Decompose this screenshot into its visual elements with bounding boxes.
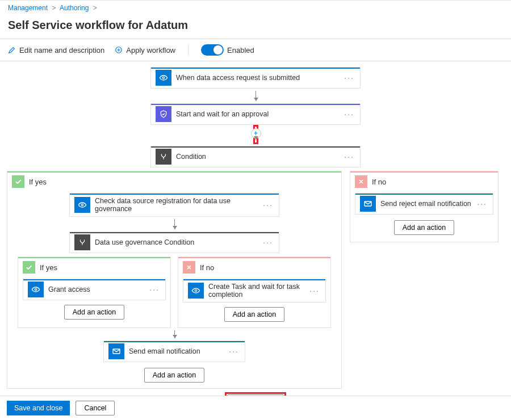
mail-icon — [108, 343, 124, 359]
x-icon — [183, 261, 195, 274]
add-action-button[interactable]: Add an action — [64, 305, 124, 320]
check-registration-menu[interactable]: ··· — [257, 200, 279, 209]
svg-point-2 — [81, 204, 83, 205]
governance-condition-menu[interactable]: ··· — [257, 238, 279, 247]
apply-workflow-label: Apply workflow — [126, 46, 175, 54]
governance-condition-card[interactable]: Data use governance Condition ··· — [69, 232, 279, 253]
breadcrumb-authoring[interactable]: Authoring — [60, 4, 89, 12]
if-yes-header: If yes — [7, 173, 341, 191]
trigger-menu[interactable]: ··· — [338, 73, 360, 82]
create-task-card[interactable]: Create Task and wait for task completion… — [183, 279, 326, 303]
breadcrumb: Management > Authoring > — [0, 1, 511, 15]
condition-card[interactable]: Condition ··· — [150, 146, 361, 167]
eye-icon — [74, 197, 90, 213]
toolbar: Edit name and description Apply workflow… — [0, 39, 511, 61]
add-action-button[interactable]: Add an action — [394, 220, 454, 235]
cancel-button[interactable]: Cancel — [76, 401, 115, 415]
enabled-toggle[interactable] — [201, 44, 224, 56]
shield-check-icon — [156, 106, 171, 122]
send-email-menu[interactable]: ··· — [223, 347, 245, 356]
grant-access-label: Grant access — [48, 282, 144, 297]
grant-access-menu[interactable]: ··· — [144, 285, 165, 294]
save-button[interactable]: Save and close — [7, 401, 70, 415]
trigger-label: When data access request is submitted — [176, 70, 338, 85]
apply-workflow-button[interactable]: Apply workflow — [115, 46, 175, 54]
svg-point-3 — [35, 288, 36, 290]
send-reject-card[interactable]: Send reject email notification ··· — [355, 193, 493, 215]
page-title: Self Service workflow for Adatum — [0, 15, 511, 39]
if-no-label: If no — [372, 178, 386, 186]
toolbar-divider — [188, 44, 189, 56]
if-yes-label: If yes — [29, 178, 47, 186]
check-registration-card[interactable]: Check data source registration for data … — [69, 193, 279, 217]
condition-icon — [156, 149, 171, 165]
approval-label: Start and wait for an approval — [176, 107, 338, 121]
x-icon — [355, 175, 367, 188]
send-email-label: Send email notification — [129, 344, 223, 359]
send-email-card[interactable]: Send email notification ··· — [103, 341, 245, 362]
insert-step-highlight: + — [253, 125, 258, 144]
send-reject-label: Send reject email notification — [380, 196, 471, 211]
arrow-icon: + — [256, 129, 256, 140]
condition-icon — [74, 234, 90, 250]
grant-access-card[interactable]: Grant access ··· — [23, 279, 166, 300]
send-reject-menu[interactable]: ··· — [471, 199, 493, 208]
svg-point-1 — [162, 77, 164, 78]
eye-icon — [188, 283, 204, 299]
pencil-icon — [8, 46, 16, 54]
breadcrumb-sep: > — [93, 4, 97, 12]
add-action-button[interactable]: Add an action — [224, 307, 284, 322]
insert-step-button[interactable]: + — [251, 128, 261, 138]
enabled-toggle-group: Enabled — [201, 44, 254, 56]
svg-point-4 — [195, 289, 196, 291]
arrow-icon — [256, 91, 256, 101]
enabled-label: Enabled — [227, 46, 254, 54]
workflow-canvas: When data access request is submitted ··… — [0, 61, 511, 414]
check-registration-label: Check data source registration for data … — [95, 194, 257, 216]
condition-menu[interactable]: ··· — [338, 152, 360, 161]
trigger-card[interactable]: When data access request is submitted ··… — [150, 67, 361, 89]
checkmark-icon — [23, 261, 35, 274]
arrow-icon — [174, 219, 175, 229]
nested-if-yes-header: If yes — [18, 258, 170, 276]
arrow-icon — [174, 330, 175, 338]
create-task-label: Create Task and wait for task completion — [208, 279, 304, 302]
if-no-branch: If no Send reject email notification ···… — [350, 171, 499, 242]
nested-if-no-header: If no — [178, 258, 330, 276]
breadcrumb-sep: > — [52, 4, 56, 12]
if-no-header: If no — [350, 173, 498, 191]
create-task-menu[interactable]: ··· — [304, 286, 325, 295]
approval-menu[interactable]: ··· — [338, 110, 360, 119]
nested-if-yes-branch: If yes Grant access ··· — [18, 257, 171, 328]
condition-label: Condition — [176, 149, 338, 164]
approval-card[interactable]: Start and wait for an approval ··· — [150, 103, 361, 125]
mail-icon — [360, 196, 376, 212]
breadcrumb-management[interactable]: Management — [8, 4, 48, 12]
if-yes-branch: If yes Check data source registration fo… — [7, 171, 342, 389]
nested-if-yes-label: If yes — [40, 263, 57, 272]
edit-name-label: Edit name and description — [19, 46, 104, 54]
eye-icon — [156, 70, 171, 86]
footer: Save and close Cancel — [0, 396, 511, 420]
nested-if-no-branch: If no Create Task and wait for task comp… — [178, 257, 331, 328]
add-action-button[interactable]: Add an action — [144, 368, 204, 383]
plus-circle-icon — [115, 46, 123, 54]
nested-if-no-label: If no — [200, 263, 214, 272]
checkmark-icon — [12, 175, 24, 188]
governance-condition-label: Data use governance Condition — [95, 235, 257, 250]
edit-name-button[interactable]: Edit name and description — [8, 46, 104, 54]
eye-icon — [28, 282, 44, 297]
